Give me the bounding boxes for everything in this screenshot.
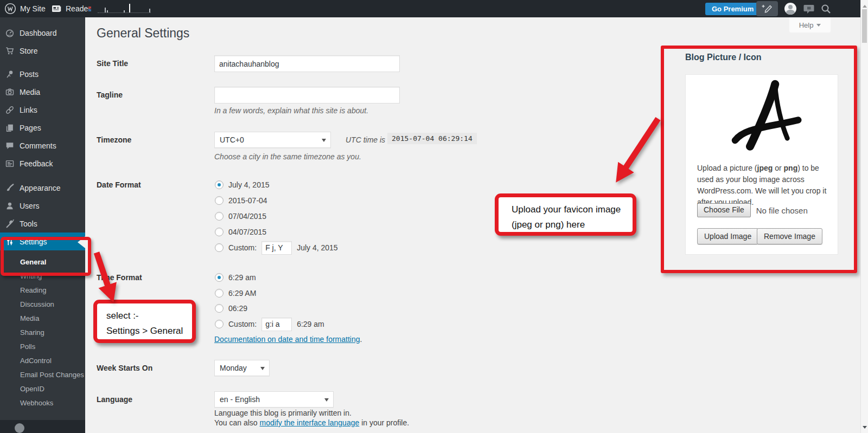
time-format-option-row: 06:29: [215, 303, 247, 313]
date-format-preview: July 4, 2015: [297, 243, 338, 252]
interface-language-link[interactable]: modify the interface language: [260, 418, 360, 427]
go-premium-button[interactable]: Go Premium: [705, 3, 760, 15]
radio-label: Custom:: [228, 243, 257, 252]
admin-bar: My Site Reader Go Premium: [0, 0, 860, 17]
sidebar-item-tools[interactable]: Tools: [0, 215, 85, 232]
annotation-box-settings-menu: [1, 237, 91, 276]
radio-label: 07/04/2015: [228, 212, 266, 221]
scroll-up-icon[interactable]: [863, 3, 867, 8]
utc-time-prefix: UTC time is: [346, 135, 385, 144]
site-title-label: Site Title: [97, 59, 208, 68]
annotation-note-favicon: Upload your favicon image (jpeg or png) …: [495, 193, 636, 236]
submenu-item-adcontrol[interactable]: AdControl: [0, 354, 85, 368]
submenu-item-polls[interactable]: Polls: [0, 340, 85, 354]
time-format-custom-row: Custom: 6:29 am: [215, 319, 324, 329]
language-help-1: Language this blog is primarily written …: [214, 409, 352, 417]
date-format-custom-input[interactable]: [261, 241, 292, 255]
date-format-option-row: 2015-07-04: [215, 196, 267, 205]
chevron-down-icon: [816, 24, 821, 29]
sidebar-item-store[interactable]: Store: [0, 42, 85, 60]
sidebar-item-comments[interactable]: Comments: [0, 137, 85, 154]
remove-image-button[interactable]: Remove Image: [757, 228, 822, 244]
compose-pencil-icon: [761, 3, 773, 14]
reader-label: Reader: [66, 0, 91, 17]
scroll-down-icon[interactable]: [863, 426, 867, 431]
submenu-item-media[interactable]: Media: [0, 312, 85, 326]
submenu-item-email-post-changes[interactable]: Email Post Changes: [0, 368, 85, 382]
upload-image-button[interactable]: Upload Image: [697, 228, 758, 244]
new-post-button[interactable]: [756, 1, 778, 16]
sidebar-item-label: Posts: [20, 70, 39, 79]
language-select[interactable]: en - English: [214, 391, 334, 408]
sidebar-item-media[interactable]: Media: [0, 83, 85, 101]
week-starts-select[interactable]: Monday: [214, 360, 270, 376]
time-format-radio-2[interactable]: [215, 304, 224, 313]
blog-picture-description: Upload a picture (jpeg or png) to be use…: [697, 163, 828, 208]
submenu-item-openid[interactable]: OpenID: [0, 382, 85, 396]
doc-link-period: .: [360, 335, 362, 344]
admin-sidebar: Dashboard Store Posts Media Links Pages …: [0, 17, 85, 433]
comments-icon: [5, 141, 15, 151]
date-format-radio-2[interactable]: [215, 212, 224, 221]
site-title-input[interactable]: [214, 55, 400, 72]
posts-icon: [5, 69, 15, 79]
submenu-item-sharing[interactable]: Sharing: [0, 326, 85, 340]
time-format-radio-custom[interactable]: [215, 320, 224, 328]
date-format-radio-custom[interactable]: [215, 243, 224, 252]
time-format-custom-input[interactable]: [261, 318, 292, 331]
date-format-radio-1[interactable]: [215, 196, 224, 205]
media-icon: [5, 87, 15, 97]
tagline-help: In a few words, explain what this site i…: [214, 106, 368, 115]
sidebar-item-links[interactable]: Links: [0, 101, 85, 119]
sidebar-item-label: Links: [20, 106, 37, 114]
date-format-radio-3[interactable]: [215, 228, 224, 236]
stats-sparkline[interactable]: [98, 3, 151, 13]
scrollbar-thumb[interactable]: [862, 9, 867, 43]
radio-label: 2015-07-04: [228, 196, 267, 205]
time-format-radio-1[interactable]: [215, 289, 224, 298]
date-time-doc-link[interactable]: Documentation on date and time formattin…: [214, 335, 360, 344]
timezone-select[interactable]: UTC+0: [214, 132, 331, 148]
date-format-radio-0[interactable]: [215, 180, 224, 189]
radio-label: Custom:: [228, 320, 257, 328]
links-icon: [5, 105, 15, 115]
page-title: General Settings: [97, 26, 189, 41]
date-format-option-row: 04/07/2015: [215, 227, 266, 237]
submenu-item-reading[interactable]: Reading: [0, 283, 85, 298]
help-button[interactable]: Help: [789, 17, 831, 33]
search-icon[interactable]: [820, 3, 832, 15]
sidebar-item-label: Pages: [20, 124, 41, 132]
annotation-note-select-settings: select :- Settings > General: [93, 300, 196, 343]
my-site-menu[interactable]: My Site: [4, 0, 46, 17]
collapse-avatar-icon[interactable]: [15, 423, 24, 433]
reader-menu[interactable]: Reader: [51, 0, 91, 17]
timezone-help: Choose a city in the same timezone as yo…: [214, 152, 361, 161]
submenu-item-discussion[interactable]: Discussion: [0, 298, 85, 312]
page-scrollbar[interactable]: [860, 0, 868, 433]
choose-file-button[interactable]: Choose File: [697, 203, 751, 217]
sidebar-item-label: Appearance: [20, 184, 61, 192]
sidebar-item-label: Dashboard: [20, 29, 57, 37]
sidebar-item-label: Media: [20, 88, 40, 96]
sidebar-item-users[interactable]: Users: [0, 197, 85, 215]
date-format-option-row: July 4, 2015: [215, 180, 270, 190]
sidebar-item-pages[interactable]: Pages: [0, 119, 85, 137]
pages-icon: [5, 123, 15, 133]
blog-icon-image: [722, 78, 803, 159]
sidebar-item-appearance[interactable]: Appearance: [0, 179, 85, 197]
sidebar-item-posts[interactable]: Posts: [0, 65, 85, 83]
time-format-radio-0[interactable]: [215, 273, 224, 282]
sidebar-item-label: Users: [20, 202, 40, 210]
notifications-icon[interactable]: [803, 4, 815, 14]
arrow-to-select-note: [97, 253, 108, 288]
radio-label: 6:29 am: [228, 273, 256, 282]
sidebar-item-dashboard[interactable]: Dashboard: [0, 24, 85, 42]
user-avatar[interactable]: [784, 3, 796, 15]
sidebar-item-label: Store: [20, 47, 37, 55]
date-format-custom-row: Custom: July 4, 2015: [215, 243, 338, 253]
sidebar-item-feedback[interactable]: Feedback: [0, 154, 85, 172]
tagline-input[interactable]: [214, 87, 400, 104]
submenu-item-webhooks[interactable]: Webhooks: [0, 396, 85, 410]
utc-time-value: 2015-07-04 06:29:14: [387, 133, 477, 144]
dashboard-icon: [5, 28, 15, 38]
